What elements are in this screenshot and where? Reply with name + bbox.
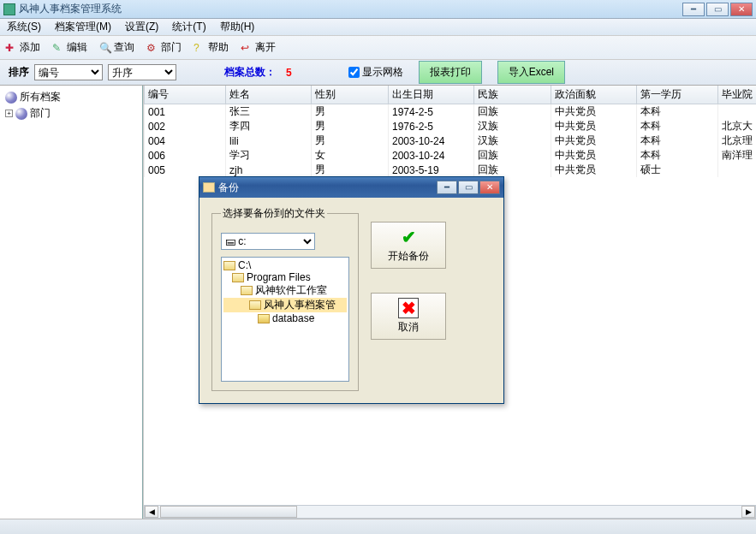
show-grid-checkbox[interactable]: 显示网格 [348, 65, 403, 80]
cancel-button[interactable]: ✖ 取消 [371, 293, 446, 340]
sort-order-select[interactable]: 升序 [108, 64, 176, 80]
tree-all[interactable]: 所有档案 [3, 89, 139, 105]
x-icon: ✖ [398, 298, 419, 318]
scroll-left-icon[interactable]: ◀ [145, 506, 158, 518]
exit-button[interactable]: ↩离开 [241, 40, 276, 55]
col-header[interactable]: 编号 [145, 86, 226, 104]
scroll-thumb[interactable] [160, 506, 297, 518]
table-row[interactable]: 005zjh男2003-5-19回族中共党员硕士 [145, 163, 757, 177]
sort-label: 排序 [9, 65, 29, 80]
sort-field-select[interactable]: 编号 [34, 64, 103, 80]
app-icon [3, 3, 15, 15]
folder-icon [258, 314, 270, 323]
search-button[interactable]: 🔍查询 [99, 40, 134, 55]
filter-bar: 排序 编号 升序 档案总数： 5 显示网格 报表打印 导入Excel [0, 60, 756, 86]
folder-item[interactable]: C:\ [223, 259, 347, 271]
tree-dept[interactable]: +部门 [3, 105, 139, 122]
total-count: 5 [286, 67, 292, 79]
exit-icon: ↩ [241, 42, 253, 54]
horizontal-scrollbar[interactable]: ◀ ▶ [144, 505, 756, 519]
dialog-minimize-button[interactable]: ━ [437, 181, 457, 194]
dialog-title: 备份 [218, 181, 239, 195]
folder-icon [223, 261, 235, 270]
add-button[interactable]: ✚添加 [5, 40, 40, 55]
toolbar: ✚添加 ✎编辑 🔍查询 ⚙部门 ?帮助 ↩离开 [0, 36, 756, 60]
folder-icon [232, 273, 244, 282]
folder-item[interactable]: 风神人事档案管 [223, 298, 347, 312]
dialog-group-label: 选择要备份到的文件夹 [221, 206, 327, 221]
menu-help[interactable]: 帮助(H) [217, 19, 259, 35]
add-icon: ✚ [5, 42, 17, 54]
folder-item[interactable]: database [223, 312, 347, 324]
start-backup-button[interactable]: ✔ 开始备份 [371, 222, 446, 269]
dialog-folder-icon [203, 182, 215, 193]
dialog-close-button[interactable]: ✕ [479, 181, 500, 194]
window-title: 风神人事档案管理系统 [19, 2, 122, 16]
maximize-button[interactable]: ▭ [706, 3, 729, 16]
check-icon: ✔ [402, 227, 416, 247]
excel-button[interactable]: 导入Excel [497, 61, 565, 84]
help-icon: ? [193, 42, 205, 54]
close-button[interactable]: ✕ [730, 3, 753, 16]
folder-list[interactable]: C:\Program Files风神软件工作室风神人事档案管database [221, 257, 349, 382]
menu-system[interactable]: 系统(S) [3, 19, 45, 35]
total-label: 档案总数： [224, 65, 276, 80]
backup-dialog: 备份 ━ ▭ ✕ 选择要备份到的文件夹 🖴 c: C:\Program File… [199, 176, 504, 404]
folder-icon [249, 300, 261, 310]
menu-bar: 系统(S) 档案管理(M) 设置(Z) 统计(T) 帮助(H) [0, 19, 756, 36]
folder-item[interactable]: 风神软件工作室 [223, 283, 347, 298]
search-icon: 🔍 [99, 42, 111, 54]
menu-settings[interactable]: 设置(Z) [122, 19, 162, 35]
col-header[interactable]: 出生日期 [389, 86, 474, 104]
col-header[interactable]: 第一学历 [637, 86, 718, 104]
print-button[interactable]: 报表打印 [419, 61, 482, 84]
col-header[interactable]: 政治面貌 [551, 86, 637, 104]
folder-icon [241, 286, 253, 295]
dept-button[interactable]: ⚙部门 [146, 40, 182, 55]
dialog-maximize-button[interactable]: ▭ [458, 181, 479, 194]
table-row[interactable]: 001张三男1974-2-5回族中共党员本科 [145, 104, 757, 120]
col-header[interactable]: 姓名 [226, 86, 312, 104]
ball-icon [5, 92, 17, 104]
col-header[interactable]: 民族 [474, 86, 551, 104]
drive-select[interactable]: 🖴 c: [221, 233, 315, 250]
table-row[interactable]: 004lili男2003-10-24汉族中共党员本科北京理 [145, 134, 757, 148]
col-header[interactable]: 性别 [312, 86, 389, 104]
table-row[interactable]: 002李四男1976-2-5汉族中共党员本科北京大 [145, 119, 757, 134]
menu-stats[interactable]: 统计(T) [169, 19, 209, 35]
tree-sidebar: 所有档案 +部门 [0, 86, 143, 519]
help-button[interactable]: ?帮助 [193, 40, 229, 55]
edit-icon: ✎ [52, 42, 64, 54]
status-bar [0, 519, 756, 534]
dept-icon: ⚙ [146, 42, 158, 54]
menu-archive[interactable]: 档案管理(M) [51, 19, 115, 35]
plus-icon[interactable]: + [5, 110, 13, 117]
ball-icon [15, 108, 27, 120]
folder-item[interactable]: Program Files [223, 271, 347, 283]
minimize-button[interactable]: ━ [682, 3, 705, 16]
table-row[interactable]: 006学习女2003-10-24回族中共党员本科南洋理 [145, 148, 757, 163]
col-header[interactable]: 毕业院 [718, 86, 757, 104]
scroll-right-icon[interactable]: ▶ [741, 506, 755, 518]
edit-button[interactable]: ✎编辑 [52, 40, 87, 55]
